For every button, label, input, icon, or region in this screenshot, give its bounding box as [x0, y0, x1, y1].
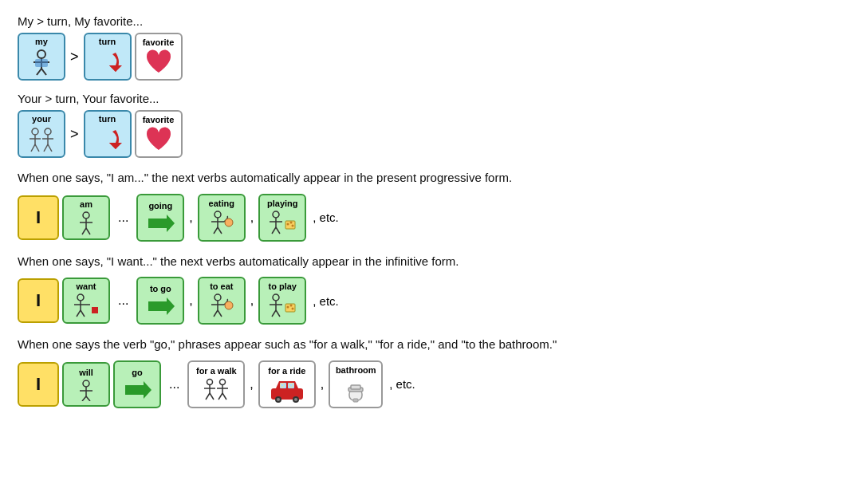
- tile-for-a-ride-label: for a ride: [268, 366, 305, 376]
- section-your-turn: Your > turn, Your favorite... your: [18, 92, 844, 158]
- section3-tiles: I am ... going: [18, 194, 844, 242]
- tile-am-label: am: [80, 199, 92, 209]
- tile-going[interactable]: going: [136, 194, 184, 242]
- tile-for-a-walk[interactable]: for a walk: [187, 360, 245, 408]
- going-arrow-icon: [144, 212, 176, 234]
- tile-eating-label: eating: [209, 199, 234, 208]
- ellipsis-3: ...: [118, 211, 128, 225]
- svg-rect-44: [92, 307, 98, 313]
- tile-your[interactable]: your: [18, 110, 65, 158]
- svg-point-72: [220, 379, 226, 384]
- svg-line-34: [276, 227, 280, 234]
- svg-marker-66: [125, 381, 152, 399]
- svg-point-59: [290, 305, 293, 307]
- svg-line-16: [48, 144, 52, 152]
- tile-to-play-label: to play: [269, 282, 297, 291]
- svg-line-22: [86, 228, 90, 234]
- svg-rect-5: [35, 59, 48, 67]
- to-go-arrow-icon: [144, 295, 176, 317]
- tile-to-go[interactable]: to go: [136, 277, 184, 325]
- I-label-1: I: [36, 209, 41, 226]
- tile-to-play[interactable]: to play: [258, 277, 306, 325]
- person-icon: [27, 48, 56, 77]
- comma-5a: ,: [250, 377, 253, 392]
- tile-I-3[interactable]: I: [18, 362, 59, 407]
- section1-label: My > turn, My favorite...: [18, 14, 844, 28]
- tile-for-a-ride[interactable]: for a ride: [258, 360, 316, 408]
- svg-line-76: [222, 393, 226, 400]
- tile-favorite-2[interactable]: favorite: [135, 110, 183, 158]
- section5-tiles: I will go: [18, 360, 844, 408]
- tile-want[interactable]: want: [62, 278, 110, 324]
- tile-will[interactable]: will: [62, 362, 110, 407]
- svg-point-81: [277, 398, 280, 401]
- tile-go-arrow[interactable]: go: [113, 360, 161, 408]
- svg-line-71: [210, 393, 214, 400]
- svg-line-27: [214, 227, 218, 234]
- tile-want-label: want: [76, 282, 96, 291]
- svg-point-58: [287, 306, 289, 309]
- tile-bathroom[interactable]: bathroom: [329, 360, 383, 408]
- svg-line-28: [218, 227, 222, 234]
- eating-icon: [207, 210, 237, 237]
- walk-icon: [197, 377, 235, 403]
- section3-explain: When one says, "I am..." the next verbs …: [18, 169, 844, 187]
- I-label-3: I: [36, 376, 41, 393]
- tile-my-label: my: [35, 37, 48, 46]
- tile-favorite-2-label: favorite: [143, 115, 175, 124]
- ellipsis-4: ...: [118, 293, 128, 308]
- tile-favorite-label: favorite: [143, 37, 175, 47]
- tile-your-label: your: [32, 114, 51, 124]
- ellipsis-5: ...: [169, 377, 179, 392]
- turn-arrow-icon: [92, 48, 124, 77]
- svg-rect-89: [353, 399, 358, 402]
- svg-line-49: [214, 310, 218, 317]
- to-play-icon: [266, 293, 298, 320]
- svg-line-11: [35, 144, 39, 152]
- section1-tiles: my > turn: [18, 33, 844, 81]
- tile-turn[interactable]: turn: [84, 33, 132, 81]
- tile-turn-2[interactable]: turn: [84, 110, 132, 158]
- etc-3: , etc.: [313, 211, 339, 224]
- svg-point-60: [292, 308, 294, 310]
- tile-I-1[interactable]: I: [18, 195, 59, 240]
- tile-am[interactable]: am: [62, 195, 110, 240]
- svg-point-67: [207, 379, 213, 384]
- svg-rect-88: [351, 385, 360, 389]
- svg-line-70: [206, 393, 210, 400]
- svg-line-4: [41, 69, 46, 75]
- section-i-will-go: When one says the verb "go," phrases app…: [18, 336, 844, 408]
- tile-go-label: go: [132, 368, 142, 377]
- etc-4: , etc.: [313, 294, 339, 308]
- tile-will-label: will: [79, 368, 93, 377]
- svg-point-18: [83, 212, 89, 219]
- tile-my[interactable]: my: [18, 33, 65, 81]
- svg-line-15: [44, 144, 48, 152]
- ride-icon: [268, 377, 306, 403]
- svg-line-75: [218, 393, 222, 400]
- to-eat-icon: [207, 293, 237, 320]
- section2-tiles: your > turn: [18, 110, 844, 158]
- svg-line-64: [82, 396, 86, 401]
- comma-4b: ,: [250, 293, 254, 308]
- svg-point-7: [32, 128, 38, 135]
- svg-point-61: [83, 380, 89, 387]
- svg-line-43: [81, 310, 85, 317]
- section4-tiles: I want ... to go: [18, 277, 844, 325]
- tile-to-go-label: to go: [150, 284, 171, 293]
- tile-playing[interactable]: playing: [258, 194, 306, 242]
- tile-bathroom-label: bathroom: [336, 365, 376, 375]
- svg-line-55: [272, 310, 276, 317]
- tile-to-eat[interactable]: to eat: [198, 277, 246, 325]
- tile-eating[interactable]: eating: [198, 194, 246, 242]
- tile-I-2[interactable]: I: [18, 278, 59, 323]
- svg-point-30: [273, 211, 279, 218]
- comma-5b: ,: [321, 377, 324, 392]
- svg-line-33: [272, 227, 276, 234]
- svg-marker-17: [109, 143, 122, 149]
- tile-favorite[interactable]: favorite: [135, 33, 183, 81]
- I-label-2: I: [36, 292, 41, 309]
- playing-icon: [266, 210, 298, 237]
- svg-point-39: [77, 294, 84, 301]
- svg-point-0: [37, 50, 45, 58]
